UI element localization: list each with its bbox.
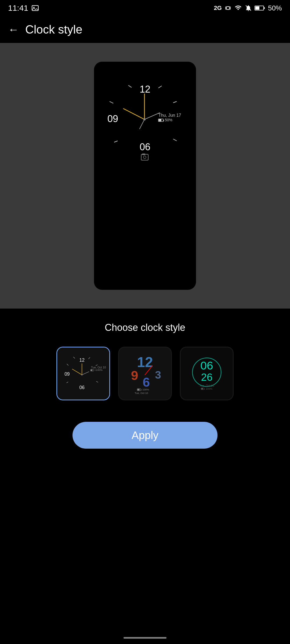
- svg-rect-64: [204, 389, 205, 389]
- bottom-panel: Choose clock style Tue, Oct 10 ≈100% 12 …: [0, 309, 290, 644]
- status-wifi-icon: [234, 5, 242, 12]
- clock-option-digital-preview: 12 9 6 3 100% Tue, Oct 10: [119, 347, 171, 400]
- svg-rect-22: [159, 119, 161, 121]
- svg-text:06: 06: [79, 385, 84, 390]
- choose-clock-title: Choose clock style: [105, 322, 185, 333]
- svg-text:9: 9: [131, 368, 138, 383]
- svg-point-19: [143, 118, 146, 120]
- svg-rect-23: [163, 120, 164, 121]
- svg-line-11: [173, 139, 177, 141]
- status-battery-icon: [255, 5, 265, 12]
- svg-text:Tue, Oct 10: Tue, Oct 10: [199, 384, 214, 387]
- svg-rect-0: [32, 6, 38, 11]
- svg-text:6: 6: [143, 375, 150, 389]
- svg-line-12: [114, 141, 118, 142]
- svg-line-17: [144, 113, 160, 119]
- svg-rect-63: [201, 388, 203, 389]
- svg-rect-4: [264, 7, 265, 9]
- apply-button-label: Apply: [132, 429, 158, 441]
- svg-text:26: 26: [201, 371, 212, 383]
- svg-point-45: [81, 374, 83, 375]
- svg-line-18: [140, 119, 144, 129]
- svg-rect-54: [141, 389, 141, 390]
- svg-text:Tue, Oct 10: Tue, Oct 10: [135, 391, 148, 394]
- status-vibrate-icon: [224, 5, 231, 12]
- status-time: 11:41: [8, 3, 28, 13]
- home-indicator: [124, 637, 166, 639]
- status-image-icon: [31, 4, 39, 12]
- svg-text:12: 12: [140, 84, 150, 95]
- svg-text:06: 06: [140, 141, 150, 152]
- svg-line-9: [158, 86, 162, 88]
- svg-text:50%: 50%: [165, 118, 172, 122]
- clock-option-analog[interactable]: Tue, Oct 10 ≈100% 12 09 06: [56, 347, 110, 400]
- status-battery-percent: 50%: [268, 4, 282, 12]
- svg-text:06: 06: [200, 359, 213, 372]
- clock-display: 12 09 06: [94, 62, 196, 290]
- svg-text:100%: 100%: [206, 387, 212, 390]
- clock-option-digital[interactable]: 12 9 6 3 100% Tue, Oct 10: [118, 347, 172, 400]
- status-icons-group: 2G 50%: [214, 4, 282, 12]
- svg-text:09: 09: [64, 371, 70, 377]
- svg-point-26: [143, 156, 146, 159]
- svg-text:≈100%: ≈100%: [95, 368, 103, 371]
- svg-text:12: 12: [79, 357, 84, 363]
- nav-bar: ← Clock style: [0, 16, 290, 43]
- svg-line-16: [124, 109, 144, 119]
- status-notifications-off-icon: [245, 5, 252, 12]
- svg-line-14: [128, 85, 132, 87]
- svg-rect-31: [91, 369, 92, 371]
- preview-area: 12 09 06: [0, 43, 290, 309]
- clock-option-neon-preview: 06 26 Tue, Oct 10 100%: [181, 347, 233, 400]
- clock-option-neon[interactable]: 06 26 Tue, Oct 10 100%: [180, 347, 234, 400]
- svg-rect-5: [255, 6, 259, 10]
- status-bar: 11:41 2G 50%: [0, 0, 290, 16]
- page-title: Clock style: [25, 23, 82, 36]
- svg-rect-25: [141, 154, 148, 160]
- status-2g-icon: 2G: [214, 5, 222, 12]
- svg-text:09: 09: [107, 113, 118, 124]
- status-time-group: 11:41: [8, 3, 39, 13]
- svg-text:3: 3: [155, 369, 161, 381]
- clock-options-list: Tue, Oct 10 ≈100% 12 09 06: [56, 347, 234, 400]
- svg-line-10: [173, 101, 177, 103]
- svg-line-13: [110, 101, 113, 103]
- phone-preview: 12 09 06: [94, 62, 196, 290]
- svg-rect-53: [137, 389, 140, 390]
- svg-text:Thu, Jun 17: Thu, Jun 17: [158, 113, 181, 118]
- clock-option-analog-preview: Tue, Oct 10 ≈100% 12 09 06: [57, 347, 109, 400]
- back-button[interactable]: ←: [8, 24, 19, 35]
- svg-text:100%: 100%: [142, 388, 149, 391]
- apply-button[interactable]: Apply: [73, 422, 218, 449]
